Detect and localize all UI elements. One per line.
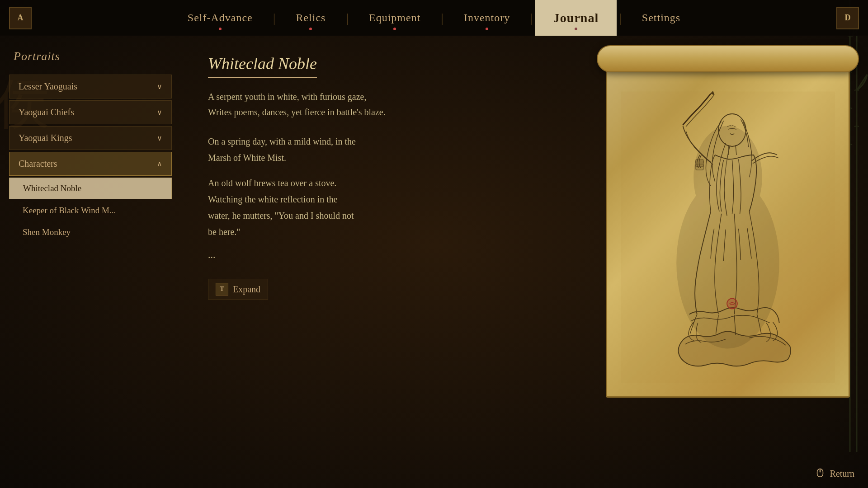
svg-point-7 [693,126,762,229]
nav-item-inventory[interactable]: Inventory [446,0,528,36]
chevron-down-icon-kings: ∨ [157,134,162,142]
entry-title: Whiteclad Noble [208,54,317,78]
sub-item-shen-monkey[interactable]: Shen Monkey [9,222,172,243]
sub-item-keeper-black-wind[interactable]: Keeper of Black Wind M... [9,200,172,221]
entry-paragraph-1: On a spring day, with a mild wind, in th… [208,133,366,166]
nav-sep-2: | [344,12,351,24]
category-yaoguai-kings[interactable]: Yaoguai Kings ∨ [9,126,172,150]
svg-point-9 [819,470,821,472]
nav-item-settings[interactable]: Settings [624,0,698,36]
scroll-area [588,36,868,488]
navigation-bar: A Self-Advance | Relics | Equipment | In… [0,0,868,36]
scroll-container [597,45,859,398]
nav-items: Self-Advance | Relics | Equipment | Inve… [170,0,698,36]
expand-button[interactable]: T Expand [208,279,268,300]
nav-sep-4: | [528,12,535,24]
chevron-down-icon-lesser: ∨ [157,82,162,91]
return-label: Return [830,469,854,479]
nav-dot-equipment [393,28,396,30]
scroll-illustration [621,87,835,387]
entry-dots: ... [208,249,561,261]
category-lesser-yaoguais[interactable]: Lesser Yaoguais ∨ [9,75,172,99]
scroll-parchment [606,59,850,398]
sidebar: Portraits Lesser Yaoguais ∨ Yaoguai Chie… [0,36,181,488]
entry-poem: A serpent youth in white, with furious g… [208,89,561,120]
mouse-icon [815,468,826,479]
chevron-down-icon-chiefs: ∨ [157,108,162,117]
main-content: Portraits Lesser Yaoguais ∨ Yaoguai Chie… [0,36,868,488]
entry-paragraph-2: An old wolf brews tea over a stove. Watc… [208,175,366,240]
nav-sep-3: | [439,12,446,24]
expand-label: Expand [233,284,260,295]
nav-sep-1: | [271,12,278,24]
nav-item-relics[interactable]: Relics [278,0,344,36]
nav-button-d[interactable]: D [836,7,859,29]
nav-item-self-advance[interactable]: Self-Advance [170,0,271,36]
nav-item-journal[interactable]: Journal [535,0,617,36]
nav-dot-self-advance [219,28,222,30]
nav-item-equipment[interactable]: Equipment [351,0,439,36]
nav-dot-journal [575,28,577,30]
nav-dot-relics [309,28,312,30]
nav-button-a[interactable]: A [9,7,32,29]
nav-sep-5: | [617,12,624,24]
return-button[interactable]: Return [815,468,854,479]
nav-dot-inventory [486,28,488,30]
scroll-top-roll [597,45,859,72]
category-yaoguai-chiefs[interactable]: Yaoguai Chiefs ∨ [9,100,172,124]
content-area: Whiteclad Noble A serpent youth in white… [181,36,588,488]
chevron-up-icon-characters: ∧ [157,160,162,168]
sub-item-whiteclad-noble[interactable]: Whiteclad Noble [9,178,172,199]
sidebar-title: Portraits [9,50,172,63]
expand-key: T [216,283,228,296]
category-characters[interactable]: Characters ∧ [9,152,172,176]
character-illustration-svg [621,87,835,387]
